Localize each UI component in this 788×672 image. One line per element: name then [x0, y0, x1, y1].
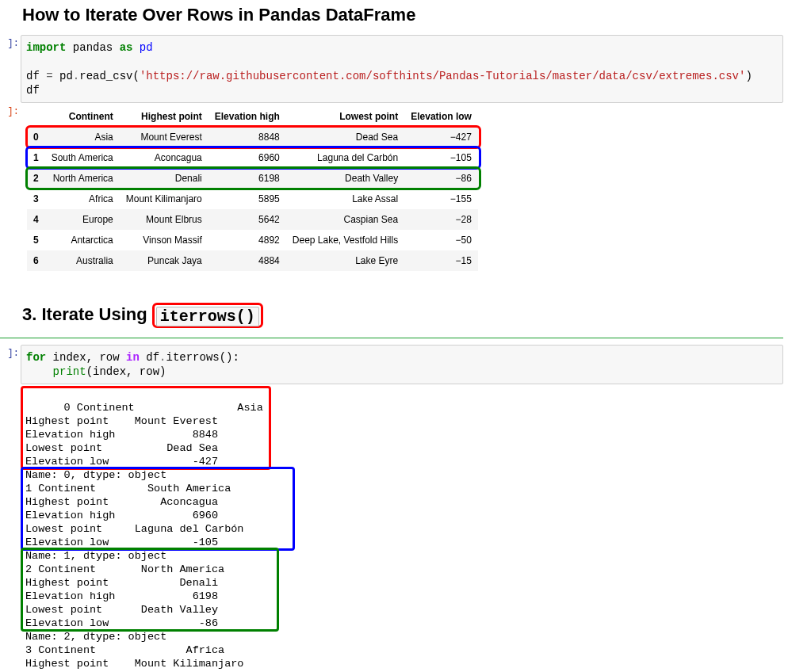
code-cell-1: ]: import pandas as pd df = pd.read_csv(… [0, 35, 783, 103]
out-prompt-1: ]: [0, 103, 21, 274]
out-prompt-2-blank [0, 384, 21, 672]
highlight-iterrows-red: iterrows() [152, 303, 263, 328]
code-block-2[interactable]: for index, row in df.iterrows(): print(i… [21, 345, 783, 384]
table-row: 0AsiaMount Everest8848Dead Sea−427 [27, 127, 478, 147]
dataframe-table: ContinentHighest pointElevation highLowe… [27, 106, 478, 271]
column-header: Lowest point [286, 106, 404, 127]
page-title: How to Iterate Over Rows in Pandas DataF… [22, 5, 783, 25]
code-block-1[interactable]: import pandas as pd df = pd.read_csv('ht… [21, 35, 783, 103]
column-header: Highest point [120, 106, 208, 127]
section-divider [0, 338, 783, 338]
section-heading-iterrows: 3. Iterate Using iterrows() [22, 303, 783, 328]
code-cell-2: ]: for index, row in df.iterrows(): prin… [0, 345, 783, 384]
in-prompt-1: ]: [0, 35, 21, 103]
column-header: Elevation high [208, 106, 286, 127]
column-header: Elevation low [404, 106, 478, 127]
in-prompt-2: ]: [0, 345, 21, 384]
dataframe-output: ContinentHighest pointElevation highLowe… [21, 103, 783, 274]
table-row: 2North AmericaDenali6198Death Valley−86 [27, 168, 478, 189]
table-row: 5AntarcticaVinson Massif4892Deep Lake, V… [27, 230, 478, 250]
table-row: 4EuropeMount Elbrus5642Caspian Sea−28 [27, 209, 478, 230]
output-cell-2: 0 Continent Asia Highest point Mount Eve… [0, 384, 783, 672]
column-header: Continent [45, 106, 120, 127]
output-cell-1: ]: ContinentHighest pointElevation highL… [0, 103, 783, 274]
table-row: 1South AmericaAconcagua6960Laguna del Ca… [27, 147, 478, 168]
iterrows-code: iterrows() [156, 307, 259, 326]
iterrows-text-output: 0 Continent Asia Highest point Mount Eve… [21, 384, 783, 672]
table-row: 3AfricaMount Kilimanjaro5895Lake Assal−1… [27, 189, 478, 209]
table-row: 6AustraliaPuncak Jaya4884Lake Eyre−15 [27, 250, 478, 271]
